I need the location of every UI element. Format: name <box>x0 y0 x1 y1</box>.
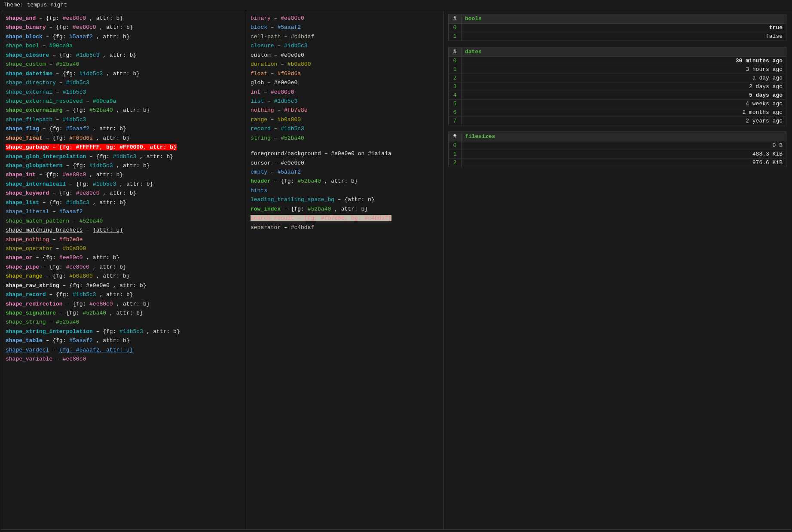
mid-record: record – #1db5c3 <box>251 124 439 133</box>
line-shape-filepath: shape_filepath – #1db5c3 <box>6 115 242 124</box>
line-shape-globpattern: shape_globpattern – {fg: #1db5c3 , attr:… <box>6 161 242 170</box>
dates-table: # dates 0 30 minutes ago 1 3 hours ago 2… <box>448 47 786 125</box>
line-shape-int: shape_int – {fg: #ee80c0 , attr: b} <box>6 170 242 179</box>
table-row: 2 a day ago <box>449 74 786 83</box>
mid-search-result: search_result – {fg: #fb7e8e, bg: #c4bda… <box>251 214 439 223</box>
line-shape-match-pattern: shape_match_pattern – #52ba40 <box>6 217 242 226</box>
mid-fg-bg: foreground/background – #e0e0e0 on #1a1a… <box>251 149 439 158</box>
dates-index-header: # <box>449 47 462 57</box>
line-shape-record: shape_record – {fg: #1db5c3 , attr: b} <box>6 290 242 299</box>
line-shape-operator: shape_operator – #b0a800 <box>6 244 242 253</box>
table-row: 1 false <box>449 32 786 41</box>
line-shape-literal: shape_literal – #5aaaf2 <box>6 207 242 216</box>
line-shape-pipe: shape_pipe – {fg: #ee80c0 , attr: b} <box>6 263 242 272</box>
table-row: 6 2 months ago <box>449 108 786 117</box>
table-row: 3 2 days ago <box>449 83 786 91</box>
dates-col-header: dates <box>462 47 786 57</box>
line-shape-range: shape_range – {fg: #b0a800 , attr: b} <box>6 272 242 281</box>
line-shape-or: shape_or – {fg: #ee80c0 , attr: b} <box>6 253 242 262</box>
line-shape-float: shape_float – {fg: #f69d6a , attr: b} <box>6 134 242 143</box>
table-row: 5 4 weeks ago <box>449 100 786 108</box>
right-column: # bools 0 true 1 false # dates <box>444 11 791 529</box>
line-shape-datetime: shape_datetime – {fg: #1db5c3 , attr: b} <box>6 69 242 78</box>
line-shape-internalcall: shape_internalcall – {fg: #1db5c3 , attr… <box>6 180 242 189</box>
table-row: 7 2 years ago <box>449 117 786 125</box>
line-shape-list: shape_list – {fg: #1db5c3 , attr: b} <box>6 198 242 207</box>
left-column: shape_and – {fg: #ee80c0 , attr: b} shap… <box>1 11 246 529</box>
bools-col-header: bools <box>462 14 786 24</box>
filesizes-index-header: # <box>449 132 462 141</box>
bools-index-header: # <box>449 14 462 24</box>
line-shape-binary: shape_binary – {fg: #ee80c0 , attr: b} <box>6 23 242 32</box>
line-shape-external: shape_external – #1db5c3 <box>6 88 242 97</box>
mid-nothing: nothing – #fb7e8e <box>251 106 439 115</box>
middle-column: binary – #ee80c0 block – #5aaaf2 cell-pa… <box>246 11 444 529</box>
mid-list: list – #1db5c3 <box>251 97 439 106</box>
line-shape-table: shape_table – {fg: #5aaaf2 , attr: b} <box>6 336 242 345</box>
line-shape-flag: shape_flag – {fg: #5aaaf2 , attr: b} <box>6 124 242 133</box>
mid-hints: hints <box>251 186 439 195</box>
main-container: shape_and – {fg: #ee80c0 , attr: b} shap… <box>1 11 791 530</box>
line-shape-variable: shape_variable – #ee80c0 <box>6 355 242 364</box>
mid-block: block – #5aaaf2 <box>251 23 439 32</box>
mid-separator: separator – #c4bdaf <box>251 223 439 232</box>
line-shape-vardecl: shape_vardecl – {fg: #5aaaf2, attr: u} <box>6 345 242 355</box>
filesizes-col-header: filesizes <box>462 132 786 141</box>
line-shape-glob-interpolation: shape_glob_interpolation – {fg: #1db5c3 … <box>6 152 242 161</box>
mid-float: float – #f69d6a <box>251 69 439 78</box>
table-row: 0 30 minutes ago <box>449 57 786 65</box>
line-shape-raw-string: shape_raw_string – {fg: #e0e0e0 , attr: … <box>6 281 242 290</box>
line-shape-string: shape_string – #52ba40 <box>6 318 242 327</box>
mid-int: int – #ee80c0 <box>251 88 439 97</box>
table-row: 1 3 hours ago <box>449 65 786 74</box>
line-shape-external-resolved: shape_external_resolved – #00ca9a <box>6 97 242 106</box>
mid-binary: binary – #ee80c0 <box>251 14 439 23</box>
mid-header: header – {fg: #52ba40 , attr: b} <box>251 177 439 186</box>
line-shape-bool: shape_bool – #00ca9a <box>6 41 242 50</box>
filesizes-table: # filesizes 0 0 B 1 488.3 KiB 2 976.6 Ki… <box>448 131 786 167</box>
table-row: 0 0 B <box>449 141 786 150</box>
mid-glob: glob – #e0e0e0 <box>251 78 439 87</box>
bools-table: # bools 0 true 1 false <box>448 14 786 41</box>
table-row: 1 488.3 KiB <box>449 150 786 159</box>
line-shape-and: shape_and – {fg: #ee80c0 , attr: b} <box>6 14 242 23</box>
line-shape-redirection: shape_redirection – {fg: #ee80c0 , attr:… <box>6 300 242 309</box>
line-shape-nothing: shape_nothing – #fb7e8e <box>6 235 242 244</box>
mid-closure: closure – #1db5c3 <box>251 41 439 50</box>
table-row: 2 976.6 KiB <box>449 159 786 167</box>
theme-header: Theme: tempus-night <box>0 0 792 10</box>
mid-row-index: row_index – {fg: #52ba40 , attr: b} <box>251 205 439 214</box>
line-shape-keyword: shape_keyword – {fg: #ee80c0 , attr: b} <box>6 189 242 198</box>
table-row: 4 5 days ago <box>449 91 786 100</box>
mid-empty: empty – #5aaaf2 <box>251 168 439 177</box>
line-shape-string-interpolation: shape_string_interpolation – {fg: #1db5c… <box>6 327 242 336</box>
mid-cursor: cursor – #e0e0e0 <box>251 159 439 168</box>
line-shape-custom: shape_custom – #52ba40 <box>6 60 242 69</box>
line-shape-block: shape_block – {fg: #5aaaf2 , attr: b} <box>6 32 242 41</box>
mid-custom: custom – #e0e0e0 <box>251 51 439 60</box>
mid-range: range – #b0a800 <box>251 115 439 124</box>
mid-cellpath: cell-path – #c4bdaf <box>251 32 439 41</box>
mid-duration: duration – #b0a800 <box>251 60 439 69</box>
line-shape-matching-brackets: shape_matching_brackets – {attr: u} <box>6 226 242 235</box>
mid-string: string – #52ba40 <box>251 134 439 143</box>
line-shape-directory: shape_directory – #1db5c3 <box>6 78 242 87</box>
line-shape-garbage: shape_garbage – {fg: #FFFFFF, bg: #FF000… <box>6 143 242 152</box>
table-row: 0 true <box>449 24 786 32</box>
mid-leading-trailing: leading_trailing_space_bg – {attr: n} <box>251 195 439 204</box>
line-shape-externalarg: shape_externalarg – {fg: #52ba40 , attr:… <box>6 106 242 115</box>
line-shape-closure: shape_closure – {fg: #1db5c3 , attr: b} <box>6 51 242 60</box>
line-shape-signature: shape_signature – {fg: #52ba40 , attr: b… <box>6 309 242 318</box>
